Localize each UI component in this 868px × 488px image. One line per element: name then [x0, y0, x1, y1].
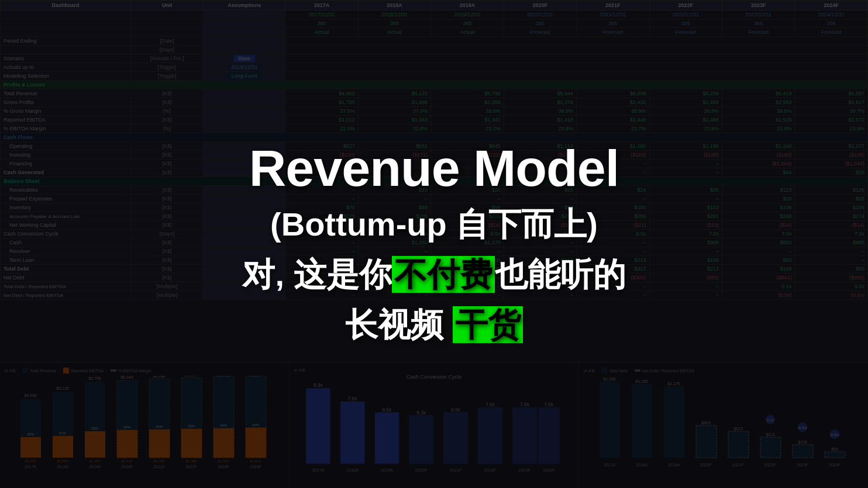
- tagline-highlight1: 不付费: [392, 256, 495, 293]
- overlay-subtitle: (Bottum-up 自下而上): [270, 203, 598, 247]
- tagline-highlight2: 干货: [453, 306, 523, 343]
- overlay: Revenue Model (Bottum-up 自下而上) 对, 这是你不付费…: [0, 0, 868, 488]
- subtitle-text: (Bottum-up 自下而上): [270, 206, 598, 243]
- overlay-title: Revenue Model: [249, 140, 619, 197]
- tagline-middle: 也能听的: [495, 256, 626, 293]
- tagline-line2-prefix: 长视频: [345, 306, 443, 343]
- overlay-tagline-line2: 长视频 干货: [345, 303, 523, 348]
- tagline-prefix: 对, 这是你: [242, 256, 391, 293]
- overlay-tagline: 对, 这是你不付费也能听的: [242, 253, 625, 297]
